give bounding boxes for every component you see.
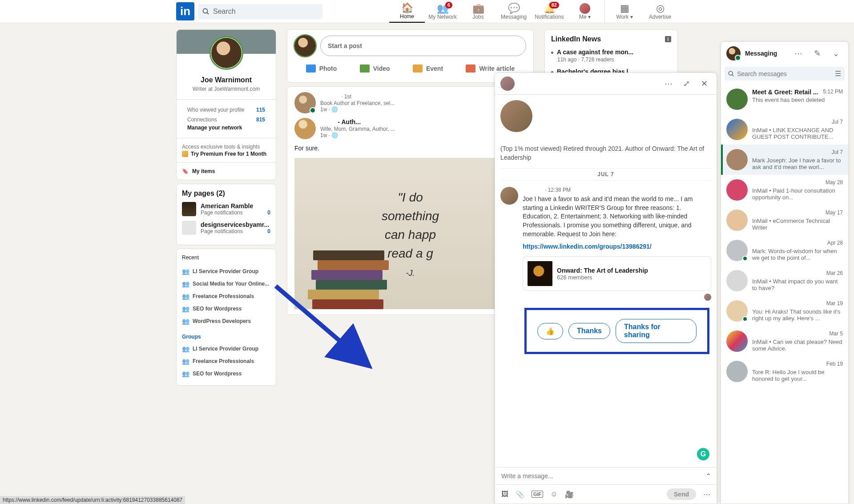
nav-messaging[interactable]: 💬 Messaging [496,0,532,23]
sender-profile-avatar[interactable] [500,100,532,132]
grid-icon: ▦ [620,3,629,14]
conversation-item[interactable]: Jul 7InMail • LINK EXCHANGE AND GUEST PO… [721,114,848,145]
me-avatar [580,3,590,14]
page-logo [182,202,196,216]
compose-avatar [294,35,316,56]
nav-me[interactable]: Me ▾ [567,0,603,23]
nav-work[interactable]: ▦ Work ▾ [607,0,642,23]
expand-compose-icon[interactable]: ⌃ [705,472,711,480]
who-viewed-row[interactable]: Who viewed your profile 115 [182,105,270,115]
event-icon [413,65,423,73]
gif-icon[interactable]: GIF [532,491,543,498]
conversation-item[interactable]: Apr 28Mark: Words-of-wisdom for when we … [721,235,848,266]
profile-card: Joe Warnimont Writer at JoeWarnimont.com… [176,29,276,180]
messaging-search[interactable]: ☰ [725,67,845,81]
conversation-list[interactable]: Meet & Greet: Retail ...5:12 PMThis even… [721,84,848,504]
message-input[interactable] [501,472,710,480]
video-attach-icon[interactable]: 🎥 [565,490,574,499]
group-preview-card[interactable]: Onward: The Art of Leadership 626 member… [523,256,711,291]
nav-jobs[interactable]: 💼 Jobs [460,0,496,23]
conversation-item[interactable]: Mar 26InMail • What impact do you want t… [721,266,848,296]
page-logo [182,221,196,235]
home-icon: 🏠 [401,3,413,13]
shared-author-name[interactable] [320,118,336,125]
nav-network[interactable]: 👥 6 My Network [425,0,460,23]
nav-home[interactable]: 🏠 Home [389,0,425,23]
news-title: LinkedIn News [551,35,601,43]
linkedin-logo[interactable]: in [176,2,194,20]
post-event-button[interactable]: Event [409,60,447,77]
recent-item[interactable]: 👥LI Service Provider Group [182,265,270,278]
compose-more-icon[interactable]: ⋯ [703,490,710,499]
nav-advertise[interactable]: ◎ Advertise [642,0,678,23]
minimize-button[interactable]: ⤢ [679,77,693,91]
page-item[interactable]: designservicesbyamr... Page notification… [182,221,270,235]
my-items-link[interactable]: 🔖 My items [177,162,276,180]
group-item[interactable]: 👥Freelance Professionals [182,355,270,367]
recent-item[interactable]: 👥WordPress Developers [182,315,270,327]
start-post-input[interactable]: Start a post [320,36,526,56]
global-header: in Search 🏠 Home 👥 6 My Network 💼 Jobs 💬… [0,0,854,23]
premium-upsell[interactable]: Access exclusive tools & insights Try Pr… [177,138,276,162]
global-search[interactable]: Search [198,4,322,19]
post-photo-button[interactable]: Photo [302,60,341,77]
info-icon[interactable]: i [665,36,671,42]
quick-reply-thanks-sharing[interactable]: Thanks for sharing [616,319,697,343]
conversation-item[interactable]: Mar 5InMail • Can we chat please? Need s… [721,326,848,356]
recent-item[interactable]: 👥SEO for Wordpress [182,302,270,315]
image-attach-icon[interactable]: 🖼 [501,490,508,498]
quick-reply-thanks[interactable]: Thanks [568,323,610,339]
post-video-button[interactable]: Video [356,60,394,77]
grammarly-icon[interactable]: G [697,448,709,460]
messaging-more-icon[interactable]: ⋯ [791,46,806,60]
open-to-work-ring [209,36,243,70]
page-item[interactable]: American Ramble Page notifications0 [182,202,270,216]
filter-icon[interactable]: ☰ [835,69,841,78]
conversation-item[interactable]: Meet & Greet: Retail ...5:12 PMThis even… [721,84,848,114]
post-image[interactable]: "I do something can happ read a g -J. [294,158,526,309]
quick-reply-thumbs-up[interactable]: 👍 [537,323,563,339]
shared-author-avatar[interactable] [294,118,316,139]
emoji-icon[interactable]: ☺ [550,490,557,498]
conversation-avatar [726,119,748,140]
conversation-item[interactable]: Jul 7Mark Joseph: Joe I have a favor to … [721,145,848,175]
message-avatar[interactable] [500,187,518,205]
recent-item[interactable]: 👥Social Media for Your Online... [182,278,270,290]
messaging-header[interactable]: Messaging ⋯ ✎ ⌄ [721,42,848,65]
conversation-item[interactable]: Mar 19You: Hi Araks! That sounds like it… [721,296,848,326]
message-link[interactable]: https://www.linkedin.com/groups/13986291… [523,243,711,250]
profile-avatar[interactable] [210,37,242,69]
conversation-item[interactable]: Feb 19Tore R: Hello Joe I would be honor… [721,356,848,387]
profile-name[interactable]: Joe Warnimont [177,76,276,84]
message-sender[interactable] [523,187,544,193]
premium-icon [182,151,188,157]
file-attach-icon[interactable]: 📎 [516,490,524,499]
manage-network-link[interactable]: Manage your network [187,125,242,131]
my-pages-title: My pages (2) [182,190,270,198]
post-author-name[interactable] [320,93,339,100]
conversation-item[interactable]: May 17InMail • eCommerce Technical Write… [721,205,848,235]
group-item[interactable]: 👥LI Service Provider Group [182,343,270,355]
search-placeholder: Search [213,8,236,16]
messaging-search-input[interactable] [737,70,832,77]
send-button[interactable]: Send [667,488,696,500]
group-icon: 👥 [182,358,189,365]
chevron-down-icon[interactable]: ⌄ [829,46,843,60]
recent-item[interactable]: 👥Freelance Professionals [182,290,270,302]
compose-new-icon[interactable]: ✎ [810,46,824,60]
network-badge: 6 [445,2,452,8]
post-author-avatar[interactable] [294,92,316,113]
connections-row[interactable]: Connections 815 [182,115,270,125]
more-options-button[interactable]: ⋯ [661,77,676,91]
close-button[interactable]: ✕ [697,77,711,91]
nav-notifications[interactable]: 🔔 82 Notifications [532,0,567,23]
group-item[interactable]: 👥SEO for Wordpress [182,367,270,380]
news-item[interactable]: A case against free mon... 11h ago · 7,7… [551,48,671,63]
sender-name[interactable] [500,136,711,145]
group-image [528,261,552,286]
groups-heading[interactable]: Groups [182,334,270,340]
recent-groups-card: Recent 👥LI Service Provider Group👥Social… [176,249,276,386]
conversation-avatar[interactable] [500,77,515,91]
online-indicator [310,107,316,113]
conversation-item[interactable]: May 28InMail • Paid 1-hour consultation … [721,175,848,205]
